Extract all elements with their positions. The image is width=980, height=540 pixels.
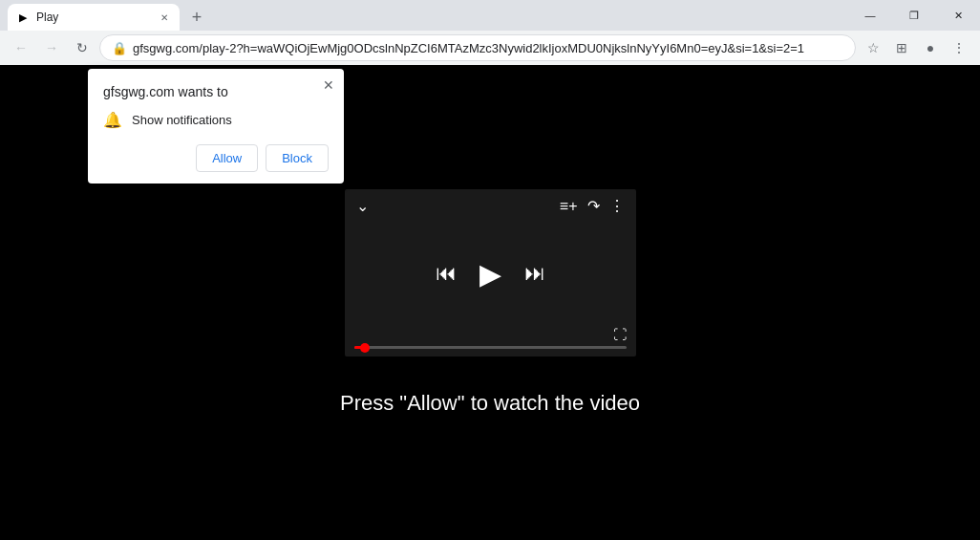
popup-buttons: Allow Block xyxy=(103,144,329,172)
active-tab[interactable]: ▶ Play ✕ xyxy=(8,4,180,31)
block-button[interactable]: Block xyxy=(266,144,329,172)
close-button[interactable]: ✕ xyxy=(936,0,980,31)
profile-icon[interactable]: ● xyxy=(917,34,944,61)
lock-icon: 🔒 xyxy=(112,41,127,55)
menu-icon[interactable]: ⋮ xyxy=(946,34,972,61)
tab-title: Play xyxy=(36,11,151,24)
video-top-bar: ⌄ ≡+ ↷ ⋮ xyxy=(345,189,636,223)
popup-close-button[interactable]: ✕ xyxy=(323,78,334,92)
url-display: gfsgwg.com/play-2?h=waWQiOjEwMjg0ODcslnN… xyxy=(133,41,843,55)
video-controls: ⏮ ▶ ⏭ xyxy=(436,256,545,290)
tab-favicon: ▶ xyxy=(15,10,31,25)
new-tab-button[interactable]: + xyxy=(183,4,210,31)
maximize-button[interactable]: ❐ xyxy=(892,0,936,31)
tab-strip: ▶ Play ✕ + xyxy=(8,0,210,31)
title-bar: ▶ Play ✕ + — ❐ ✕ xyxy=(0,0,980,31)
reload-button[interactable]: ↻ xyxy=(69,34,96,61)
window-controls: — ❐ ✕ xyxy=(848,0,980,31)
play-button[interactable]: ▶ xyxy=(479,256,501,290)
extensions-icon[interactable]: ⊞ xyxy=(888,34,915,61)
more-options-icon[interactable]: ⋮ xyxy=(609,197,625,215)
fullscreen-area: ⛶ xyxy=(354,327,627,342)
toolbar-icons: ☆ ⊞ ● ⋮ xyxy=(860,34,972,61)
previous-button[interactable]: ⏮ xyxy=(436,261,457,286)
minimize-button[interactable]: — xyxy=(848,0,892,31)
forward-button[interactable]: → xyxy=(38,34,65,61)
add-to-queue-icon[interactable]: ≡+ xyxy=(560,198,578,215)
allow-button[interactable]: Allow xyxy=(196,144,258,172)
page-instruction-text: Press "Allow" to watch the video xyxy=(340,391,640,416)
progress-bar[interactable] xyxy=(354,346,627,349)
omnibox[interactable]: 🔒 gfsgwg.com/play-2?h=waWQiOjEwMjg0ODcsl… xyxy=(99,34,856,61)
permission-text: Show notifications xyxy=(132,113,232,127)
bookmark-icon[interactable]: ☆ xyxy=(860,34,886,61)
video-bottom-controls: ⛶ xyxy=(345,327,636,356)
video-top-right-icons: ≡+ ↷ ⋮ xyxy=(560,197,625,215)
popup-permission-row: 🔔 Show notifications xyxy=(103,111,329,129)
video-player: ⌄ ≡+ ↷ ⋮ ⏮ ▶ ⏭ ⛶ xyxy=(345,189,636,356)
popup-title: gfsgwg.com wants to xyxy=(103,84,329,99)
address-bar: ← → ↻ 🔒 gfsgwg.com/play-2?h=waWQiOjEwMjg… xyxy=(0,31,980,65)
browser-content: ✕ gfsgwg.com wants to 🔔 Show notificatio… xyxy=(0,65,980,540)
next-button[interactable]: ⏭ xyxy=(524,261,545,286)
chevron-down-icon[interactable]: ⌄ xyxy=(356,197,369,215)
share-icon[interactable]: ↷ xyxy=(587,197,600,215)
bell-icon: 🔔 xyxy=(103,111,122,129)
fullscreen-icon[interactable]: ⛶ xyxy=(613,327,627,342)
progress-dot xyxy=(360,343,370,353)
back-button[interactable]: ← xyxy=(8,34,34,61)
notification-popup: ✕ gfsgwg.com wants to 🔔 Show notificatio… xyxy=(88,69,344,184)
tab-close-button[interactable]: ✕ xyxy=(157,10,172,25)
